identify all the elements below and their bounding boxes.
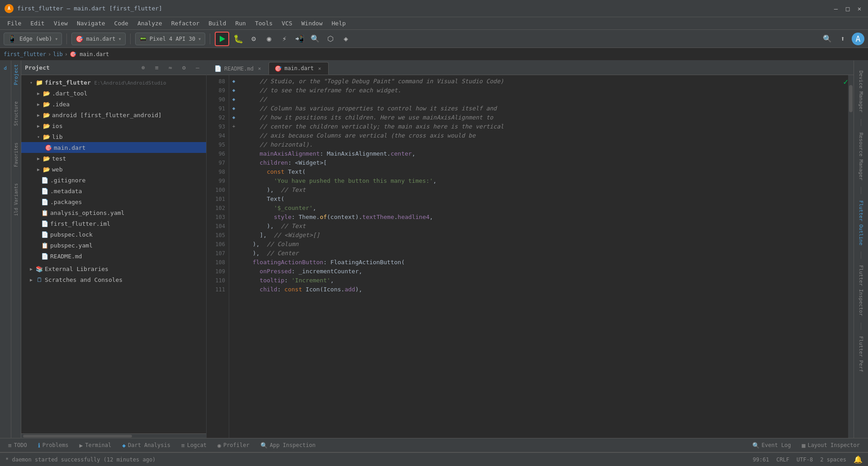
code-line-90: // [245,95,854,104]
minimize-button[interactable]: — [832,5,840,13]
code-line-110: tooltip: 'Increment', [245,276,854,285]
tab-todo[interactable]: ≡ TODO [4,439,32,451]
tree-item-dart-tool[interactable]: ▶ 📂 .dart_tool [21,88,206,99]
tab-logcat[interactable]: ≡ Logcat [177,439,211,451]
tree-item-ios[interactable]: ▶ 📂 ios [21,120,206,131]
status-charset[interactable]: UTF-8 [797,456,813,463]
breadcrumb-project[interactable]: first_flutter [4,51,46,57]
status-indent[interactable]: 2 spaces [820,456,846,463]
attach-button[interactable]: ⚙ [247,33,260,45]
tree-item-test[interactable]: ▶ 📂 test [21,153,206,164]
coverage-button[interactable]: ⚡ [278,33,291,45]
view3d-button[interactable]: ◈ [340,33,352,45]
tab-readme[interactable]: 📄 README.md ✕ [208,62,269,75]
favorites-panel-label[interactable]: Favorites [14,139,19,171]
tree-icon-main-dart: 🎯 [45,144,52,151]
tab-close-main-dart[interactable]: ✕ [316,65,323,71]
menu-navigate[interactable]: Navigate [73,19,109,28]
tab-problems[interactable]: ℹ Problems [33,439,73,451]
search-everywhere-button[interactable]: 🔍 [821,33,834,45]
tree-label-android: android [first_flutter_android] [52,112,162,119]
menu-analyze[interactable]: Analyze [134,19,166,28]
tab-layout-inspector[interactable]: ▦ Layout Inspector [797,439,864,451]
update-button[interactable]: ⬆ [836,33,849,45]
flutter-perf-panel-label[interactable]: Flutter Perf [858,333,864,375]
menu-view[interactable]: View [50,19,71,28]
breadcrumb-lib[interactable]: lib [53,51,63,57]
menu-build[interactable]: Build [205,19,230,28]
tree-item-scratches[interactable]: ▶ 🗒 Scratches and Consoles [21,274,206,285]
tree-item-web[interactable]: ▶ 📂 web [21,164,206,175]
menu-window[interactable]: Window [298,19,326,28]
file-tree-header: Project ⊕ ≡ ≈ ⚙ — [21,61,206,75]
tree-item-lib[interactable]: ▾ 📂 lib [21,131,206,142]
tree-item-packages[interactable]: 📄 .packages [21,196,206,207]
tree-item-pubspec-lock[interactable]: 📄 pubspec.lock [21,229,206,240]
menu-refactor[interactable]: Refactor [168,19,203,28]
tree-item-pubspec-yaml[interactable]: 📋 pubspec.yaml [21,240,206,251]
flutter-outline-panel-label[interactable]: Flutter Outline [858,198,864,248]
tree-item-ext-libs[interactable]: ▶ 📚 External Libraries [21,263,206,274]
menu-tools[interactable]: Tools [251,19,276,28]
code-editor[interactable]: 88 89 90 91 92 93 94 95 96 97 98 99 100 … [207,75,854,438]
tree-item-analysis-options[interactable]: 📋 analysis_options.yaml [21,207,206,218]
tab-terminal[interactable]: ▶ Terminal [75,439,116,451]
menu-edit[interactable]: Edit [27,19,48,28]
menu-help[interactable]: Help [328,19,349,28]
device-profile-dropdown[interactable]: 📱 Edge (web) ▾ [4,33,62,45]
profile-button[interactable]: ◉ [263,33,275,45]
tree-item-gitignore[interactable]: 📄 .gitignore [21,175,206,185]
project-panel-label[interactable]: Project [13,61,19,89]
breadcrumb-file[interactable]: 🎯 main.dart [70,51,109,57]
resource-manager-panel-label[interactable]: Resource Manager [858,130,864,183]
tree-item-root[interactable]: ▾ 📁 first_flutter E:\Android\AndroidStud… [21,77,206,88]
menu-vcs[interactable]: VCS [278,19,296,28]
tab-profiler[interactable]: ◉ Profiler [213,439,254,451]
emulator-dropdown[interactable]: 📟 Pixel 4 API 30 ▾ [135,33,205,45]
tab-event-log[interactable]: 🔍 Event Log [748,439,796,451]
device-manager-panel-label[interactable]: Device Manager [858,68,864,115]
tree-scrollbar[interactable] [21,433,206,438]
code-line-104: ), // Text [245,222,854,231]
maximize-button[interactable]: □ [844,5,852,13]
project-tool-button[interactable]: P [0,62,10,72]
tab-dart-analysis[interactable]: ◆ Dart Analysis [118,439,175,451]
tree-item-iml[interactable]: 📄 first_flutter.iml [21,218,206,229]
run-button[interactable] [215,32,229,46]
run-config-dropdown[interactable]: 🎯 main.dart ▾ [71,33,125,45]
structure-panel-label[interactable]: Structure [14,98,19,129]
flutter-inspector-panel-label[interactable]: Flutter Inspector [858,262,864,319]
tree-settings-button[interactable]: ⚙ [179,63,189,73]
tree-item-main-dart[interactable]: 🎯 main.dart [21,142,206,153]
inspect-button[interactable]: 🔍 [309,33,321,45]
tree-sort-button[interactable]: ≈ [165,63,175,73]
breadcrumb: first_flutter › lib › 🎯 main.dart [0,48,868,61]
tree-collapse-button[interactable]: ≡ [152,63,162,73]
tree-close-button[interactable]: — [193,63,203,73]
line-num-98: 98 [207,167,225,176]
tab-main-dart[interactable]: 🎯 main.dart ✕ [269,62,329,75]
debug-button[interactable]: 🐛 [232,33,245,45]
line-num-100: 100 [207,185,225,195]
menu-run[interactable]: Run [231,19,249,28]
tree-item-idea[interactable]: ▶ 📂 .idea [21,99,206,109]
close-button[interactable]: ✕ [855,5,863,13]
status-position[interactable]: 99:61 [753,456,769,463]
tree-label-dart-tool: .dart_tool [52,90,87,97]
layout-button[interactable]: ⬡ [324,33,337,45]
tree-locate-button[interactable]: ⊕ [138,63,148,73]
editor-scrollbar[interactable] [848,75,854,438]
code-content[interactable]: // Studio, or the "Toggle Debug Paint" c… [238,75,854,438]
menu-file[interactable]: File [4,19,25,28]
status-encoding[interactable]: CRLF [776,456,789,463]
tab-close-readme[interactable]: ✕ [256,66,263,72]
menu-code[interactable]: Code [111,19,132,28]
tree-item-readme[interactable]: 📄 README.md [21,251,206,262]
tree-label-scratches: Scratches and Consoles [45,276,123,283]
user-button[interactable]: A [852,33,864,45]
device-mirror[interactable]: 📲 [293,33,306,45]
tab-app-inspection[interactable]: 🔍 App Inspection [256,439,320,451]
tree-item-metadata[interactable]: 📄 .metadata [21,185,206,196]
build-variants-label[interactable]: ild Variants [14,180,19,219]
tree-item-android[interactable]: ▶ 📂 android [first_flutter_android] [21,109,206,120]
